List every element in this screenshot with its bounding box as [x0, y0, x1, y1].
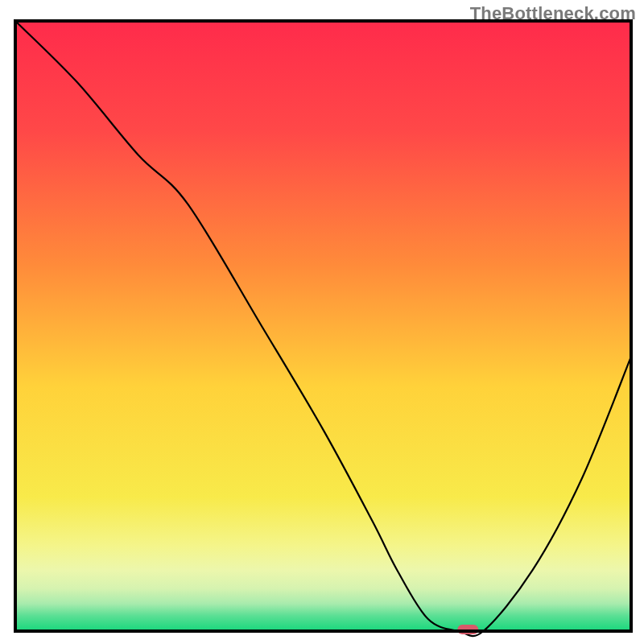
chart-svg: [0, 0, 644, 644]
watermark-label: TheBottleneck.com: [470, 3, 636, 24]
bottleneck-chart: TheBottleneck.com: [0, 0, 644, 644]
plot-background: [15, 21, 631, 631]
